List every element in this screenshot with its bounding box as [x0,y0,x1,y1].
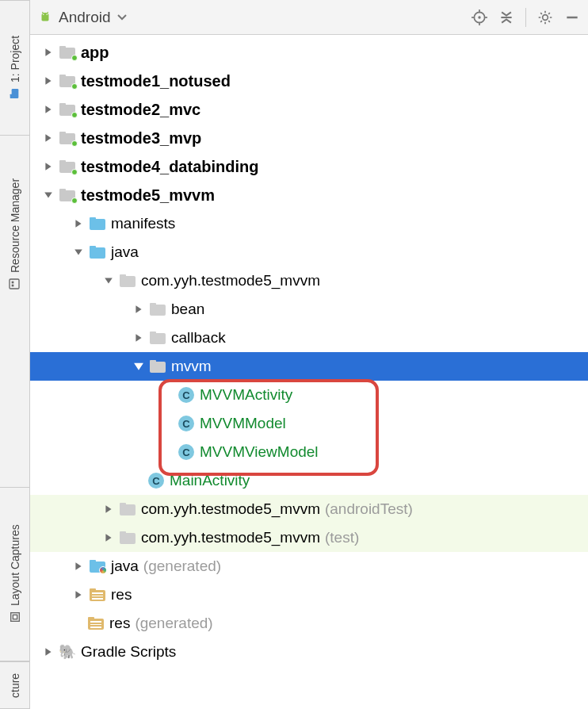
side-tab-label: cture [9,673,21,697]
tree-item-label: testmode4_databinding [81,158,258,176]
collapse-icon[interactable] [498,10,514,25]
tree-row[interactable]: testmode4_databinding [30,152,588,181]
tree-row[interactable]: testmode2_mvc [30,95,588,124]
tree-item-suffix: (generated) [143,558,221,575]
expand-arrow-icon[interactable] [130,301,147,318]
folder-module-icon [59,101,76,118]
tree-row[interactable]: com.yyh.testmode5_mvvm(androidTest) [30,495,588,523]
expand-arrow-icon[interactable] [40,101,57,118]
svg-point-12 [478,16,480,18]
folder-gray-icon [149,329,166,347]
tree-item-label: testmode2_mvc [81,101,200,119]
tree-row[interactable]: mvvm [30,352,588,381]
expand-arrow-icon[interactable] [70,215,87,232]
side-tab-project[interactable]: 1: Project [0,0,29,135]
tree-item-label: bean [171,301,204,318]
svg-rect-3 [12,285,14,287]
svg-line-10 [47,12,48,13]
svg-rect-5 [11,613,20,622]
side-tab-label: 1: Project [9,36,21,82]
expand-arrow-icon[interactable] [100,529,117,546]
class-c-icon: C [178,415,195,432]
tree-row[interactable]: res [30,581,588,609]
svg-rect-2 [10,279,20,289]
tree-item-label: res [109,615,130,632]
folder-gray-icon [149,358,166,375]
expand-arrow-icon[interactable] [40,129,57,147]
tree-row[interactable]: CMVVMViewModel [30,438,588,466]
divider [525,8,526,27]
svg-point-18 [543,14,548,20]
project-tool-header: Android [30,0,588,35]
expand-arrow-icon[interactable] [100,500,117,518]
tree-item-label: callback [171,329,226,347]
android-icon [38,10,52,25]
tree-row[interactable]: java(generated) [30,552,588,581]
svg-rect-0 [12,89,19,98]
target-icon[interactable] [472,10,487,25]
expand-arrow-icon[interactable] [40,44,57,61]
resource-icon [9,278,21,290]
expand-arrow-icon[interactable] [70,586,87,604]
expand-arrow-icon[interactable] [40,158,57,175]
folder-blue-icon [89,215,106,232]
folder-module-icon [59,44,76,61]
tree-item-label: app [81,44,109,62]
tree-row[interactable]: callback [30,324,588,352]
tree-row[interactable]: testmode5_mvvm [30,181,588,209]
tree-row[interactable]: CMVVMActivity [30,381,588,409]
tree-item-label: MVVMModel [200,415,286,432]
tree-item-label: manifests [111,215,175,232]
svg-rect-6 [13,615,17,619]
tree-item-label: MVVMActivity [200,386,292,404]
expand-arrow-icon[interactable] [40,643,57,661]
tree-row[interactable]: com.yyh.testmode5_mvvm [30,266,588,295]
side-tab-layout-captures[interactable]: Layout Captures [0,487,30,661]
tree-row[interactable]: java [30,238,588,266]
tree-row[interactable]: testmode3_mvp [30,124,588,152]
collapse-arrow-icon[interactable] [130,358,147,375]
gear-icon[interactable] [537,10,553,25]
svg-rect-4 [12,282,14,284]
dropdown-icon[interactable] [117,13,127,21]
folder-gray-icon [119,272,136,289]
expand-arrow-icon[interactable] [40,72,57,90]
folder-icon [9,87,21,100]
project-tree[interactable]: apptestmode1_notusedtestmode2_mvctestmod… [30,35,588,709]
tree-row[interactable]: CMVVMModel [30,409,588,438]
tree-item-label: testmode3_mvp [81,129,201,148]
tree-item-label: com.yyh.testmode5_mvvm [141,529,320,546]
expand-arrow-icon[interactable] [130,329,147,347]
tree-row[interactable]: com.yyh.testmode5_mvvm(test) [30,523,588,552]
tree-row[interactable]: testmode1_notused [30,67,588,95]
folder-gray-icon [149,301,166,318]
tree-item-label: MainActivity [170,472,250,489]
folder-blue-icon [89,243,106,261]
side-tab-label: Resource Manager [9,178,21,273]
svg-rect-1 [10,94,13,98]
tree-item-suffix: (androidTest) [325,500,413,518]
side-tab-truncated[interactable]: cture [0,661,30,709]
tree-item-label: com.yyh.testmode5_mvvm [141,272,320,289]
tree-item-label: mvvm [171,358,212,375]
tree-item-suffix: (test) [325,529,359,546]
collapse-arrow-icon[interactable] [70,243,87,261]
tree-item-label: java [111,558,139,575]
tree-row[interactable]: res(generated) [30,609,588,638]
tree-row[interactable]: CMainActivity [30,466,588,495]
tree-item-label: testmode5_mvvm [81,186,215,205]
collapse-arrow-icon[interactable] [100,272,117,289]
collapse-arrow-icon[interactable] [40,186,57,204]
tree-row[interactable]: app [30,38,588,67]
tree-row[interactable]: manifests [30,209,588,238]
expand-arrow-icon[interactable] [70,558,87,575]
side-tab-resource-manager[interactable]: Resource Manager [0,135,29,333]
folder-module-icon [59,186,76,204]
folder-module-icon [59,158,76,175]
minimize-icon[interactable] [564,10,580,25]
tree-row[interactable]: bean [30,295,588,324]
tree-row[interactable]: 🐘Gradle Scripts [30,638,588,666]
tree-item-suffix: (generated) [135,615,212,632]
class-c-icon: C [178,386,195,404]
class-c-icon: C [178,443,195,461]
